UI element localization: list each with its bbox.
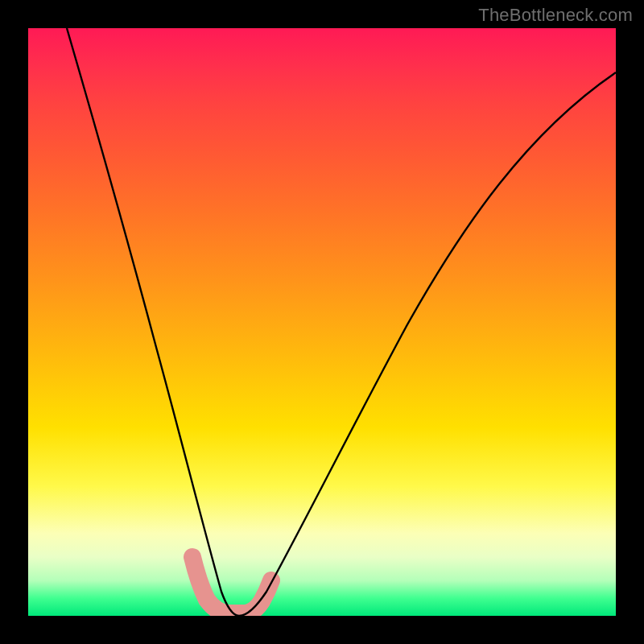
chart-frame: TheBottleneck.com [0,0,644,644]
chart-svg [28,28,616,616]
bottleneck-curve-path [67,28,616,616]
watermark-text: TheBottleneck.com [478,5,633,26]
plot-area [28,28,616,616]
highlight-band-path [192,557,271,613]
